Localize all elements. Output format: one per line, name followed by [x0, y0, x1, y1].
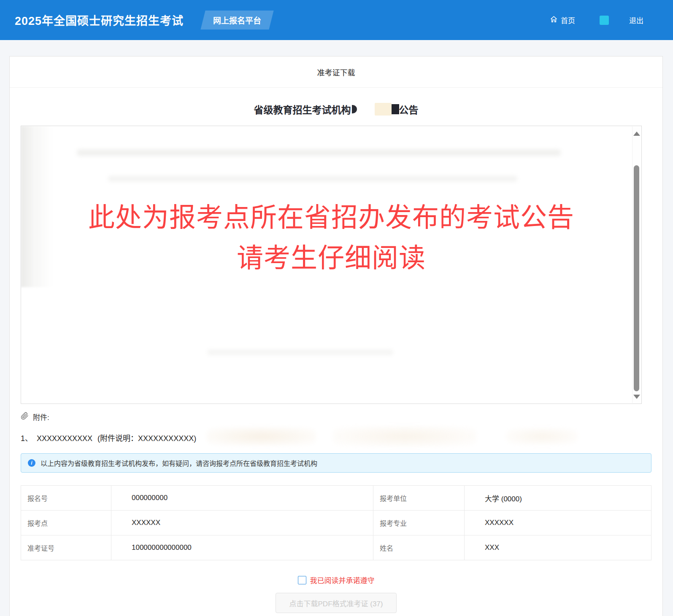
nav-home-link[interactable]: 首页 [550, 15, 575, 25]
paperclip-icon [21, 412, 33, 422]
value-registration-number: 000000000 [111, 486, 373, 511]
redaction-blur [506, 428, 578, 445]
announcement-heading: 省级教育招生考试机构 公告 [21, 102, 651, 116]
label-admission-ticket-number: 准考证号 [21, 535, 111, 560]
nav-home-label: 首页 [561, 15, 575, 25]
redaction-blur [206, 427, 316, 446]
value-target-institution: 大学 (0000) [465, 486, 651, 511]
table-row: 报名号 000000000 报考单位 大学 (0000) [21, 486, 651, 511]
attachment-item: 1、XXXXXXXXXXX(附件说明：XXXXXXXXXXX) [21, 432, 651, 443]
attachment-name[interactable]: XXXXXXXXXXX [37, 434, 92, 443]
info-banner-text: 以上内容为省级教育招生考试机构发布，如有疑问，请咨询报考点所在省级教育招生考试机… [41, 458, 317, 468]
label-exam-site: 报考点 [21, 511, 111, 535]
table-row: 报考点 XXXXXX 报考专业 XXXXXX [21, 511, 651, 535]
candidate-details-table: 报名号 000000000 报考单位 大学 (0000) 报考点 XXXXXX … [21, 485, 651, 560]
redaction-blob [375, 103, 392, 116]
info-icon: i [28, 459, 35, 467]
nav-logout-link[interactable]: 退出 [629, 15, 643, 25]
agreement-row: 我已阅读并承诺遵守 [21, 575, 651, 585]
announcement-body-text: 此处为报考点所在省招办发布的考试公告 请考生仔细阅读 [21, 126, 641, 278]
redaction-blob [352, 105, 357, 113]
label-registration-number: 报名号 [21, 486, 111, 511]
label-candidate-name: 姓名 [373, 535, 465, 560]
attachments-label: 附件: [33, 412, 49, 422]
home-icon [550, 15, 561, 25]
button-row: 点击下载PDF格式准考证 (37) [21, 593, 651, 613]
announcement-heading-suffix: 公告 [399, 102, 419, 116]
scanned-text-ghost [207, 350, 393, 355]
app-title: 2025年全国硕士研究生招生考试 [15, 12, 184, 28]
header-nav: 首页 退出 [550, 15, 643, 25]
agreement-label[interactable]: 我已阅读并承诺遵守 [310, 575, 375, 585]
info-banner: i 以上内容为省级教育招生考试机构发布，如有疑问，请咨询报考点所在省级教育招生考… [21, 453, 651, 473]
page-title: 准考证下载 [10, 56, 662, 88]
scroll-down-arrow-icon[interactable] [633, 395, 640, 399]
redaction-blur [333, 426, 476, 447]
announcement-scroll-area[interactable]: 此处为报考点所在省招办发布的考试公告 请考生仔细阅读 [21, 126, 642, 404]
platform-badge: 网上报名平台 [203, 11, 271, 30]
agreement-checkbox[interactable] [298, 576, 306, 584]
scroll-up-arrow-icon[interactable] [633, 132, 640, 136]
label-target-institution: 报考单位 [373, 486, 465, 511]
value-admission-ticket-number: 100000000000000 [111, 535, 373, 560]
announcement-line-2: 请考生仔细阅读 [21, 237, 641, 278]
attachment-description: (附件说明：XXXXXXXXXXX) [97, 434, 196, 443]
attachments-header: 附件: [21, 412, 651, 422]
value-target-major: XXXXXX [465, 511, 651, 535]
attachment-index: 1、 [21, 434, 32, 443]
vertical-scrollbar[interactable] [632, 126, 641, 403]
scrollbar-thumb[interactable] [634, 165, 639, 391]
redaction-blob [392, 104, 399, 114]
download-pdf-button[interactable]: 点击下载PDF格式准考证 (37) [276, 593, 397, 613]
label-target-major: 报考专业 [373, 511, 465, 535]
app-header: 2025年全国硕士研究生招生考试 网上报名平台 首页 退出 [0, 0, 673, 40]
platform-badge-label: 网上报名平台 [213, 14, 261, 26]
main-card: 准考证下载 省级教育招生考试机构 公告 此处为报考点所在省招办发布的考试公告 请… [9, 56, 663, 616]
user-icon-placeholder [600, 16, 609, 25]
value-exam-site: XXXXXX [111, 511, 373, 535]
table-row: 准考证号 100000000000000 姓名 XXX [21, 535, 651, 560]
announcement-heading-prefix: 省级教育招生考试机构 [254, 102, 351, 116]
announcement-line-1: 此处为报考点所在省招办发布的考试公告 [21, 197, 641, 237]
value-candidate-name: XXX [465, 535, 651, 560]
